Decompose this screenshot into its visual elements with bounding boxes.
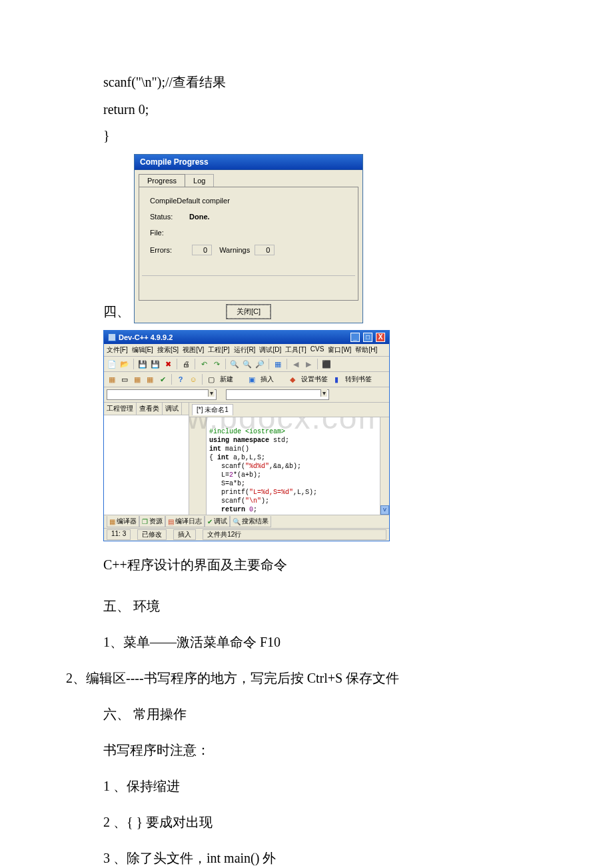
help-icon[interactable]: ?	[175, 374, 186, 385]
print-icon[interactable]: 🖨	[181, 359, 191, 369]
compile-progress-dialog: Compile Progress Progress Log CompileDef…	[134, 154, 363, 323]
bottom-tabs: ▦编译器 ❐资源 ▤编译日志 ✔调试 🔍搜索结果	[104, 515, 389, 528]
left-tab-debug[interactable]: 调试	[163, 403, 182, 415]
bottom-tab-resource[interactable]: ❐资源	[139, 516, 165, 527]
app-icon	[108, 333, 116, 341]
err-warn-row: Errors: 0 Warnings 0	[150, 245, 347, 255]
editor-gutter	[189, 417, 207, 515]
new-file-icon[interactable]: 📄	[107, 359, 117, 369]
menu-project[interactable]: 工程[P]	[208, 345, 229, 355]
new-label[interactable]: 新建	[219, 375, 235, 384]
toolbar-row-2: ▦ ▭ ▦ ▦ ✔ ? ☺ ▢ 新建 ▣ 插入 ◆ 设置书签 ▮ 转到书签	[104, 372, 389, 387]
rebuild2-icon[interactable]: ▦	[145, 374, 155, 385]
bottom-tab-search[interactable]: 🔍搜索结果	[230, 516, 271, 527]
rebuild-icon[interactable]: ▦	[132, 374, 143, 385]
insert-icon[interactable]: ▣	[247, 374, 257, 385]
errors-value: 0	[192, 245, 212, 255]
gotobookmark-icon[interactable]: ▮	[331, 374, 342, 385]
bottom-tab-compilelog[interactable]: ▤编译日志	[165, 516, 205, 527]
sec6-i2: 2 、{ } 要成对出现	[103, 809, 546, 835]
tab-log[interactable]: Log	[185, 174, 214, 187]
compile-dialog-title: Compile Progress	[135, 155, 362, 170]
menu-bar: 文件[F] 编辑[E] 搜索[S] 视图[V] 工程[P] 运行[R] 调试[D…	[104, 344, 389, 357]
menu-search[interactable]: 搜索[S]	[157, 345, 179, 355]
find-icon[interactable]: 🔍	[229, 359, 240, 369]
redo-icon[interactable]: ↷	[211, 359, 222, 369]
code-line-1: scanf("\n");//查看结果	[103, 73, 546, 91]
save-icon[interactable]: 💾	[137, 359, 148, 369]
code-editor[interactable]: #include <iostream> using namespace std;…	[207, 417, 380, 515]
code-line-2: return 0;	[103, 102, 546, 117]
compile-run-icon[interactable]: ▦	[107, 374, 117, 385]
menu-cvs[interactable]: CVS	[310, 345, 324, 355]
devcpp-ide-window: Dev-C++ 4.9.9.2 _ □ X 文件[F] 编辑[E] 搜索[S] …	[103, 330, 390, 541]
undo-icon[interactable]: ↶	[199, 359, 209, 369]
menu-view[interactable]: 视图[V]	[183, 345, 204, 355]
newfile2-icon[interactable]: ▢	[206, 374, 217, 385]
close-icon[interactable]: X	[376, 333, 385, 342]
editor-file-tab[interactable]: [*] 未命名1	[192, 404, 233, 415]
back-icon[interactable]: ◀	[291, 359, 301, 369]
watermark: w.bdocx.com	[189, 417, 386, 422]
tab-progress[interactable]: Progress	[139, 174, 185, 187]
bottom-tab-debug[interactable]: ✔调试	[205, 516, 230, 527]
file-row: File:	[150, 229, 347, 237]
menu-edit[interactable]: 编辑[E]	[132, 345, 153, 355]
warnings-label: Warnings	[219, 246, 250, 254]
debug-icon[interactable]: ✔	[157, 374, 168, 385]
toolbar-row-1: 📄 📂 💾 💾 ✖ 🖨 ↶ ↷ 🔍 🔍 🔎 ▦ ◀ ▶ ⬛	[104, 357, 389, 372]
file-label: File:	[150, 229, 187, 237]
minimize-icon[interactable]: _	[350, 333, 360, 342]
compile-icon[interactable]: ▦	[273, 359, 283, 369]
insert-label[interactable]: 插入	[259, 375, 275, 384]
status-label: Status:	[150, 213, 187, 221]
vertical-scrollbar[interactable]: v	[380, 417, 389, 515]
toolbar-row-3	[104, 387, 389, 403]
close-file-icon[interactable]: ✖	[163, 359, 173, 369]
sec6-i1: 1 、保持缩进	[103, 773, 546, 799]
close-button[interactable]: 关闭[C]	[227, 305, 271, 319]
saveall-icon[interactable]: 💾	[150, 359, 161, 369]
sec6-note: 书写程序时注意：	[103, 737, 546, 763]
search-tab-icon: 🔍	[233, 518, 241, 525]
open-file-icon[interactable]: 📂	[119, 359, 130, 369]
errors-label: Errors:	[150, 246, 187, 254]
status-modified: 已修改	[137, 529, 167, 540]
section-five-label: 五、 环境	[103, 593, 546, 619]
setbookmark-icon[interactable]: ◆	[287, 374, 298, 385]
class-combo[interactable]	[107, 389, 217, 400]
sec6-i3: 3 、除了头文件，int main() 外	[103, 845, 546, 868]
method-combo[interactable]	[226, 389, 329, 400]
maximize-icon[interactable]: □	[363, 333, 372, 342]
menu-file[interactable]: 文件[F]	[107, 345, 128, 355]
menu-window[interactable]: 窗口[W]	[328, 345, 351, 355]
resource-icon: ❐	[142, 518, 148, 525]
menu-debug[interactable]: 调试[D]	[259, 345, 281, 355]
status-value: Done.	[189, 213, 210, 221]
bottom-tab-compiler[interactable]: ▦编译器	[107, 516, 139, 527]
gotobookmark-label[interactable]: 转到书签	[344, 375, 373, 384]
menu-help[interactable]: 帮助[H]	[355, 345, 377, 355]
setbookmark-label[interactable]: 设置书签	[300, 375, 329, 384]
status-row: Status: Done.	[150, 213, 347, 221]
left-panel-body	[104, 415, 189, 515]
menu-tools[interactable]: 工具[T]	[285, 345, 306, 355]
findnext-icon[interactable]: 🔍	[242, 359, 253, 369]
compiler-row: CompileDefault compiler	[150, 197, 347, 205]
scroll-down-icon[interactable]: v	[380, 505, 389, 515]
stop-icon[interactable]: ⬛	[321, 359, 332, 369]
run-icon[interactable]: ▭	[119, 374, 130, 385]
menu-run[interactable]: 运行[R]	[234, 345, 256, 355]
left-tab-project[interactable]: 工程管理	[104, 403, 137, 415]
fwd-icon[interactable]: ▶	[303, 359, 314, 369]
ide-title: Dev-C++ 4.9.9.2	[119, 333, 173, 341]
label-four: 四、	[103, 303, 130, 323]
compiler-icon: ▦	[109, 518, 115, 525]
left-tab-classes[interactable]: 查看类	[137, 403, 163, 415]
replace-icon[interactable]: 🔎	[255, 359, 265, 369]
ide-titlebar: Dev-C++ 4.9.9.2 _ □ X	[104, 331, 389, 344]
about-icon[interactable]: ☺	[188, 374, 199, 385]
left-panel: 工程管理 查看类 调试	[104, 403, 189, 515]
status-insert: 插入	[173, 529, 196, 540]
code-line-3: }	[103, 128, 546, 143]
